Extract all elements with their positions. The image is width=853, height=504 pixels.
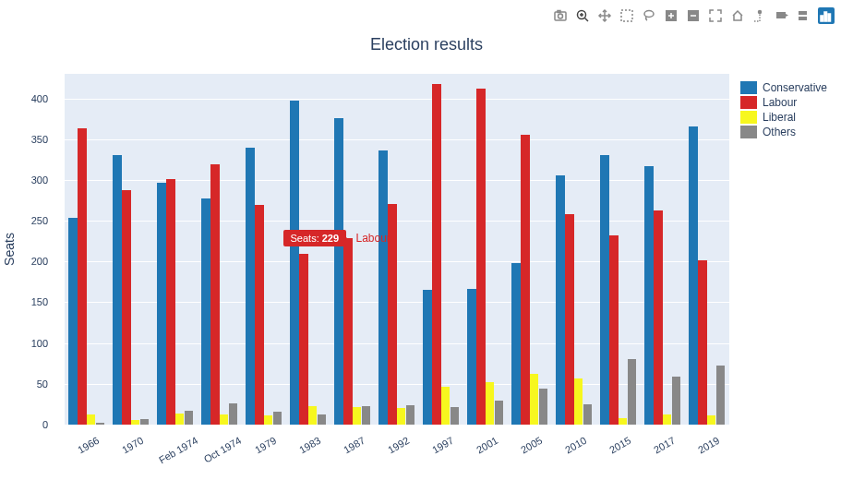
bar-labour[interactable]	[565, 214, 573, 425]
bar-liberal[interactable]	[264, 415, 272, 425]
plotly-logo-icon[interactable]	[818, 7, 835, 24]
hover-closest-icon[interactable]	[774, 7, 790, 24]
bar-conservative[interactable]	[467, 289, 475, 425]
bar-labour[interactable]	[122, 190, 130, 426]
camera-icon[interactable]	[552, 7, 569, 24]
bar-others[interactable]	[96, 423, 104, 425]
bar-labour[interactable]	[166, 179, 174, 425]
x-tick: Feb 1974	[157, 435, 199, 466]
bar-others[interactable]	[318, 414, 326, 425]
bar-others[interactable]	[140, 419, 149, 425]
bar-conservative[interactable]	[644, 166, 653, 425]
bar-others[interactable]	[362, 406, 370, 425]
x-tick: 2001	[475, 435, 499, 456]
svg-rect-25	[828, 14, 831, 21]
bar-others[interactable]	[628, 359, 636, 425]
bar-others[interactable]	[583, 404, 592, 425]
bar-labour[interactable]	[609, 235, 618, 425]
hover-compare-icon[interactable]	[796, 7, 812, 24]
bar-liberal[interactable]	[175, 414, 184, 425]
bar-liberal[interactable]	[574, 378, 583, 425]
hover-tooltip: Seats: 229	[283, 230, 347, 246]
autoscale-icon[interactable]	[707, 7, 724, 24]
bar-labour[interactable]	[432, 84, 440, 425]
bar-conservative[interactable]	[68, 218, 77, 425]
bar-labour[interactable]	[210, 164, 219, 425]
bar-conservative[interactable]	[334, 118, 342, 425]
plot-area[interactable]	[65, 74, 729, 425]
pan-icon[interactable]	[596, 7, 613, 24]
tooltip-series-label: Labour	[356, 232, 390, 245]
bar-others[interactable]	[495, 401, 503, 425]
legend-swatch	[740, 81, 757, 94]
bar-conservative[interactable]	[556, 175, 564, 425]
home-icon[interactable]	[729, 7, 746, 24]
bar-liberal[interactable]	[663, 414, 671, 425]
bar-conservative[interactable]	[423, 290, 431, 425]
y-tick: 250	[31, 215, 48, 226]
bar-others[interactable]	[273, 412, 282, 425]
bar-conservative[interactable]	[246, 148, 254, 425]
bar-liberal[interactable]	[353, 407, 361, 425]
bar-others[interactable]	[406, 405, 414, 425]
y-tick: 150	[31, 296, 48, 307]
zoom-in-icon[interactable]	[663, 7, 679, 24]
x-tick: Oct 1974	[202, 435, 244, 465]
bar-liberal[interactable]	[486, 382, 494, 425]
legend-item-labour[interactable]: Labour	[740, 96, 827, 109]
bar-others[interactable]	[451, 407, 459, 425]
x-tick: 2015	[607, 435, 632, 456]
bar-labour[interactable]	[476, 89, 485, 425]
bar-liberal[interactable]	[397, 408, 405, 425]
svg-rect-19	[776, 12, 786, 18]
lasso-icon[interactable]	[641, 7, 657, 24]
legend-item-liberal[interactable]: Liberal	[740, 111, 827, 124]
bar-others[interactable]	[539, 389, 547, 425]
bar-labour[interactable]	[343, 238, 352, 425]
bar-conservative[interactable]	[600, 155, 608, 426]
bar-liberal[interactable]	[441, 387, 450, 425]
x-tick: 1979	[253, 435, 278, 456]
bar-labour[interactable]	[78, 128, 86, 425]
svg-line-4	[585, 18, 589, 22]
bar-liberal[interactable]	[619, 418, 627, 425]
zoom-out-icon[interactable]	[685, 7, 702, 24]
bar-liberal[interactable]	[87, 414, 95, 425]
legend-item-others[interactable]: Others	[740, 126, 827, 138]
bar-liberal[interactable]	[308, 406, 317, 425]
spike-icon[interactable]	[751, 7, 768, 24]
bar-others[interactable]	[672, 377, 680, 425]
legend-label: Others	[763, 126, 796, 138]
bar-conservative[interactable]	[511, 263, 520, 425]
bar-others[interactable]	[229, 403, 237, 425]
box-select-icon[interactable]	[619, 7, 635, 24]
bar-labour[interactable]	[255, 205, 263, 425]
bar-others[interactable]	[716, 366, 725, 425]
legend-item-conservative[interactable]: Conservative	[740, 81, 827, 94]
bar-liberal[interactable]	[131, 420, 139, 425]
x-tick: 1966	[76, 435, 101, 456]
bar-conservative[interactable]	[378, 150, 387, 425]
y-axis-ticks: 050100150200250300350400	[0, 74, 55, 425]
svg-marker-20	[786, 14, 788, 17]
svg-rect-21	[799, 11, 807, 15]
bar-conservative[interactable]	[689, 126, 697, 425]
bar-labour[interactable]	[299, 254, 307, 425]
bar-labour[interactable]	[698, 260, 706, 426]
bar-conservative[interactable]	[113, 155, 121, 425]
bar-conservative[interactable]	[157, 183, 165, 425]
bar-labour[interactable]	[521, 135, 529, 425]
bar-liberal[interactable]	[530, 374, 538, 425]
bar-conservative[interactable]	[290, 101, 298, 425]
svg-point-1	[559, 14, 563, 18]
legend: ConservativeLabourLiberalOthers	[740, 81, 827, 140]
bar-labour[interactable]	[654, 210, 662, 425]
y-tick: 100	[31, 338, 48, 349]
zoom-icon[interactable]	[574, 7, 591, 24]
bar-others[interactable]	[185, 411, 193, 425]
legend-label: Conservative	[763, 81, 827, 94]
bar-conservative[interactable]	[201, 198, 210, 425]
x-tick: 1970	[120, 435, 145, 456]
bar-liberal[interactable]	[707, 415, 715, 425]
bar-liberal[interactable]	[220, 414, 228, 425]
